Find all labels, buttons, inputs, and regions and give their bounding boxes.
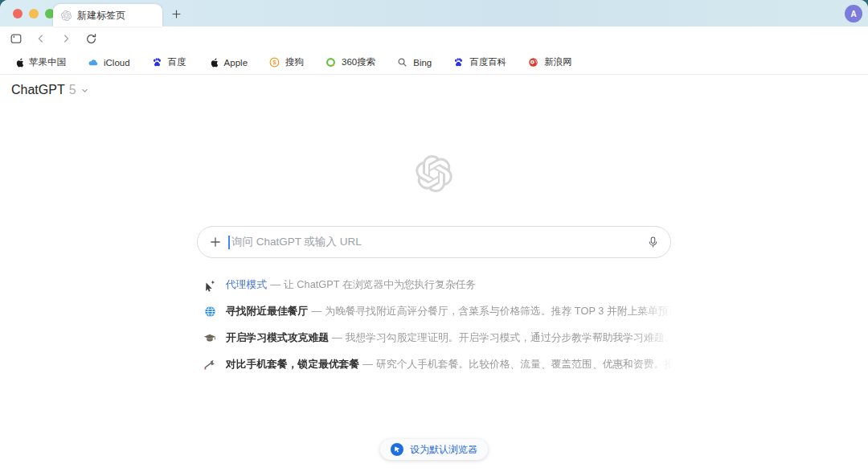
set-default-browser-label: 设为默认浏览器	[410, 443, 477, 457]
bookmark-icloud[interactable]: iCloud	[88, 57, 130, 68]
model-selector[interactable]: ChatGPT 5	[11, 83, 89, 97]
text-caret	[228, 236, 230, 249]
tab-strip: 新建标签页 A	[0, 0, 868, 27]
apple-icon	[13, 57, 23, 68]
suggestion-desc: 研究个人手机套餐。比较价格、流量、覆盖范围、优惠和资费。推荐 TOP 3 并说明…	[376, 358, 678, 370]
bookmark-label: 百度	[168, 56, 186, 68]
bookmark-sogou[interactable]: S 搜狗	[269, 56, 304, 68]
sidebar-toggle-button[interactable]	[8, 31, 24, 47]
new-tab-page: ChatGPT 5 询问 ChatGPT 或输入 URL	[0, 75, 868, 475]
openai-logo-icon	[416, 155, 452, 192]
tab-favicon-icon	[61, 10, 72, 21]
plus-icon[interactable]	[208, 236, 222, 249]
suggestion-find-restaurants[interactable]: 寻找附近最佳餐厅—为晚餐寻找附近高评分餐厅，含菜系与价格筛选。推荐 TOP 3 …	[203, 298, 678, 325]
model-name: ChatGPT	[11, 83, 65, 97]
close-window-button[interactable]	[13, 9, 23, 18]
suggestion-compare-plans[interactable]: 对比手机套餐，锁定最优套餐—研究个人手机套餐。比较价格、流量、覆盖范围、优惠和资…	[203, 351, 678, 378]
suggestion-title: 寻找附近最佳餐厅	[226, 305, 308, 317]
suggestion-study-mode[interactable]: 开启学习模式攻克难题—我想学习勾股定理证明。开启学习模式，通过分步教学帮助我学习…	[203, 325, 678, 351]
suggestion-desc: 我想学习勾股定理证明。开启学习模式，通过分步教学帮助我学习难题。从摸底测验开始，	[346, 331, 678, 343]
suggestion-title: 对比手机套餐，锁定最优套餐	[226, 358, 359, 370]
search360-icon	[326, 57, 336, 68]
dart-icon	[203, 359, 216, 371]
new-tab-button[interactable]	[169, 6, 183, 21]
bookmark-baidu[interactable]: 百度	[152, 56, 186, 68]
browser-window: 新建标签页 A 苹果中国	[0, 0, 868, 476]
chevron-down-icon	[80, 86, 89, 95]
graduation-cap-icon	[203, 332, 216, 345]
bing-magnifier-icon	[397, 57, 407, 68]
bookmark-label: Apple	[224, 58, 248, 68]
svg-text:S: S	[272, 60, 276, 65]
bookmark-label: 百度百科	[469, 56, 506, 68]
navigation-bar	[0, 27, 868, 51]
suggestion-title: 代理模式	[226, 278, 267, 290]
bookmark-baidu-baike[interactable]: 百度百科	[453, 56, 506, 68]
icloud-cloud-icon	[88, 57, 98, 68]
suggestion-desc: 为晚餐寻找附近高评分餐厅，含菜系与价格筛选。推荐 TOP 3 并附上菜单预订链接…	[325, 305, 678, 317]
suggestion-title: 开启学习模式攻克难题	[226, 331, 329, 343]
omnibox-placeholder: 询问 ChatGPT 或输入 URL	[231, 235, 645, 249]
profile-avatar[interactable]: A	[845, 5, 862, 23]
back-button[interactable]	[33, 31, 49, 47]
omnibox-input[interactable]: 询问 ChatGPT 或输入 URL	[197, 226, 671, 258]
suggestion-agent-mode[interactable]: 代理模式—让 ChatGPT 在浏览器中为您执行复杂任务	[203, 272, 678, 298]
mic-icon[interactable]	[645, 235, 660, 249]
traffic-lights	[13, 9, 55, 18]
bookmark-label: 新浪网	[544, 56, 572, 68]
baidu-paw-icon	[453, 57, 464, 68]
tab-title: 新建标签页	[77, 9, 125, 23]
cursor-sparkle-icon	[203, 279, 216, 292]
set-default-browser-button[interactable]: 设为默认浏览器	[380, 439, 488, 460]
sogou-icon: S	[269, 57, 280, 68]
bookmark-360search[interactable]: 360搜索	[326, 56, 375, 68]
suggestion-desc: 让 ChatGPT 在浏览器中为您执行复杂任务	[284, 278, 476, 290]
bookmark-apple[interactable]: Apple	[208, 57, 248, 68]
suggestion-list: 代理模式—让 ChatGPT 在浏览器中为您执行复杂任务 寻找附近最佳餐厅—为晚…	[203, 272, 678, 378]
globe-icon	[203, 306, 216, 318]
bookmark-apple-china[interactable]: 苹果中国	[13, 56, 66, 68]
blue-cursor-badge-icon	[391, 443, 403, 456]
bookmark-bing[interactable]: Bing	[397, 57, 432, 68]
bookmark-label: iCloud	[104, 58, 130, 68]
minimize-window-button[interactable]	[29, 9, 39, 18]
baidu-paw-icon	[152, 57, 162, 68]
model-version: 5	[69, 83, 76, 97]
browser-tab[interactable]: 新建标签页	[53, 4, 162, 27]
bookmark-label: 360搜索	[342, 56, 375, 68]
reload-button[interactable]	[83, 31, 99, 47]
apple-icon	[208, 57, 219, 68]
bookmark-sina[interactable]: 新浪网	[528, 56, 572, 68]
bookmark-label: Bing	[413, 58, 432, 68]
bookmark-label: 苹果中国	[29, 56, 66, 68]
forward-button[interactable]	[58, 31, 74, 47]
bookmark-label: 搜狗	[285, 56, 304, 68]
bookmarks-bar: 苹果中国 iCloud 百度 Apple S 搜狗 360搜索 Bing 百度百	[0, 51, 868, 75]
sina-icon	[528, 57, 538, 68]
